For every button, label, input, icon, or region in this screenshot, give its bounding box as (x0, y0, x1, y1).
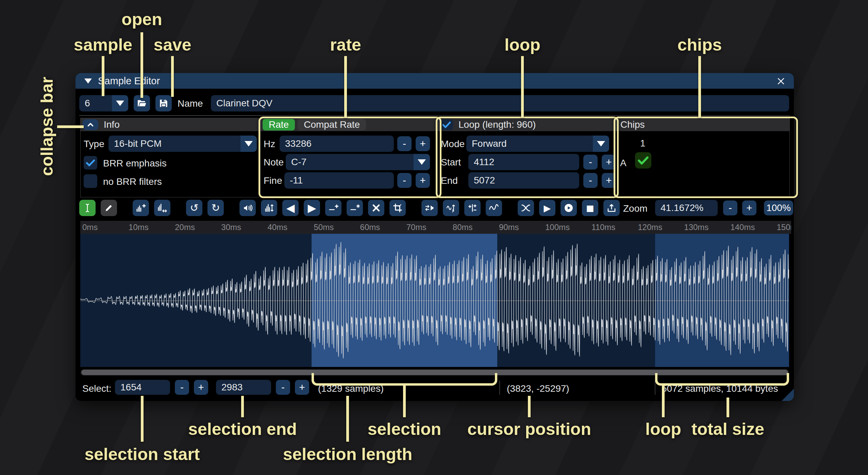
fine-plus-button[interactable]: + (416, 173, 430, 188)
crossfade-loop-button[interactable] (518, 200, 534, 216)
close-icon (775, 76, 786, 87)
loop-mode-dropdown[interactable]: Forward (466, 136, 609, 152)
annotation-selection-length: selection length (283, 444, 413, 464)
redo-button[interactable]: ↻ (207, 200, 224, 216)
hz-input[interactable]: 33286 (280, 136, 394, 152)
sample-number-dropdown[interactable]: 6 (79, 95, 128, 111)
annotation-open: open (121, 10, 162, 29)
loop-start-input[interactable]: 4112 (468, 154, 579, 170)
amplify-button[interactable] (239, 200, 256, 216)
fine-label: Fine (264, 175, 282, 186)
selection-end-plus-button[interactable]: + (295, 380, 309, 395)
hz-minus-button[interactable]: - (397, 136, 412, 151)
apply-silence-button[interactable] (347, 200, 363, 216)
zoom-minus-button[interactable]: - (723, 200, 737, 215)
invert-button[interactable] (443, 200, 459, 216)
fade-out-button[interactable]: ▶ (304, 200, 320, 216)
insert-silence-button[interactable] (325, 200, 341, 216)
fine-input[interactable]: -11 (284, 172, 394, 189)
collapse-bar-button[interactable] (83, 119, 98, 130)
annotation-selection: selection (368, 419, 441, 439)
ruler-tick-label: 0ms (82, 223, 98, 232)
fade-in-button[interactable]: ◀ (282, 200, 299, 216)
selection-start-minus-button[interactable]: - (175, 380, 189, 395)
preview-sample-loop-button[interactable] (561, 200, 577, 216)
hz-plus-button[interactable]: + (416, 136, 430, 151)
type-label: Type (84, 139, 104, 149)
waveform-display[interactable] (80, 234, 789, 367)
normalize-button[interactable] (261, 200, 277, 216)
sample-dropdown-button[interactable] (112, 95, 128, 111)
loop-bracket (655, 373, 789, 386)
resample-button[interactable] (154, 200, 170, 216)
delete-button[interactable] (368, 200, 384, 216)
reverse-icon (424, 203, 435, 213)
loop-end-input[interactable]: 5072 (468, 172, 579, 189)
no-brr-filters-checkbox[interactable] (84, 174, 97, 188)
name-input[interactable]: Clarinet DQV (211, 95, 789, 111)
undo-icon: ↺ (190, 203, 198, 213)
fine-minus-button[interactable]: - (397, 173, 412, 188)
loop-start-plus-button[interactable]: + (602, 155, 616, 170)
resize-button[interactable] (133, 200, 149, 216)
mode-label: Mode (441, 139, 465, 149)
info-panel-header: Info (81, 118, 259, 131)
apply-filter-icon (489, 203, 499, 213)
save-sample-button[interactable] (155, 95, 172, 111)
draw-mode-button[interactable] (101, 200, 117, 216)
apply-filter-button[interactable] (486, 200, 502, 216)
select-mode-button[interactable] (79, 200, 96, 216)
loop-end-plus-button[interactable]: + (602, 173, 616, 188)
chevron-down-icon (245, 141, 253, 146)
note-dropdown-button[interactable] (414, 154, 430, 170)
selection-end-input[interactable]: 2983 (216, 380, 271, 395)
status-divider (655, 381, 655, 395)
window-collapse-triangle-icon[interactable] (84, 78, 92, 84)
sample-type-dropdown[interactable]: 16-bit PCM (108, 136, 257, 152)
selection-start-input[interactable]: 1654 (115, 380, 170, 395)
reverse-button[interactable] (421, 200, 438, 216)
draw-mode-icon (104, 203, 114, 213)
zoom-plus-button[interactable]: + (742, 200, 756, 215)
undo-button[interactable]: ↺ (186, 200, 202, 216)
loop-end-minus-button[interactable]: - (583, 173, 598, 188)
window-resize-grip[interactable] (782, 389, 794, 401)
selection-start-plus-button[interactable]: + (194, 380, 208, 395)
annotation-cursor-position: cursor position (467, 419, 591, 439)
chips-panel-header: Chips (616, 118, 789, 131)
loop-enable-checkbox[interactable] (440, 119, 453, 130)
annotation-line-save (171, 56, 174, 97)
zoom-reset-button[interactable]: 100% (764, 200, 793, 215)
signed-unsigned-exchange-button[interactable] (464, 200, 481, 216)
amplify-icon (243, 203, 253, 213)
note-dropdown[interactable]: C-7 (286, 154, 430, 170)
window-titlebar[interactable]: Sample Editor (76, 73, 794, 89)
apply-silence-icon (350, 203, 360, 213)
annotation-line-open (140, 32, 143, 98)
toolbar-group: ▶■ (518, 200, 620, 216)
preview-sample-button[interactable]: ▶ (539, 200, 555, 216)
sample-number-value: 6 (79, 98, 112, 109)
type-dropdown-button[interactable] (240, 136, 257, 152)
note-value: C-7 (286, 157, 414, 168)
mode-dropdown-button[interactable] (593, 136, 609, 152)
brr-emphasis-checkbox[interactable] (84, 156, 97, 170)
zoom-value-input[interactable]: 41.1672% (655, 200, 718, 216)
annotation-line-cursor-position (528, 396, 531, 417)
rate-tab[interactable]: Rate (263, 119, 295, 130)
trim-button[interactable] (389, 200, 406, 216)
create-instrument-button[interactable] (603, 200, 620, 216)
loop-start-minus-button[interactable]: - (583, 155, 598, 170)
select-label: Select: (82, 383, 112, 394)
chip-enable-checkbox[interactable] (635, 152, 651, 169)
stop-preview-button[interactable]: ■ (582, 200, 598, 216)
ruler-tick-label: 140ms (730, 223, 755, 232)
select-mode-icon (82, 203, 93, 213)
selection-bracket (312, 373, 497, 386)
ruler-tick-label: 60ms (360, 223, 380, 232)
chevron-up-icon (86, 120, 95, 129)
compat-rate-tab[interactable]: Compat Rate (298, 119, 366, 130)
close-button[interactable] (774, 74, 788, 88)
selection-end-minus-button[interactable]: - (276, 380, 290, 395)
delete-icon (371, 203, 381, 213)
